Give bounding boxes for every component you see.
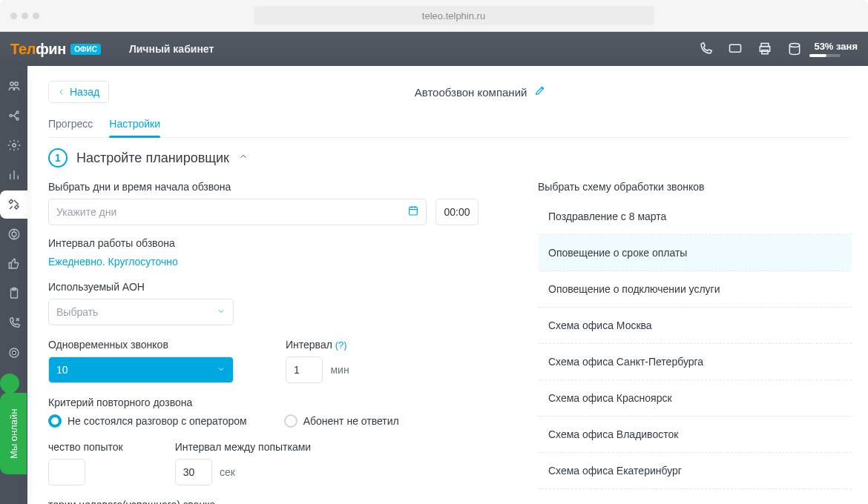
- retry-radio-operator[interactable]: Не состоялся разговор с оператором: [48, 414, 247, 428]
- sidebar-item-contacts[interactable]: [0, 72, 27, 100]
- section-header[interactable]: 1 Настройте планировщик: [48, 148, 852, 168]
- back-button-label: Назад: [70, 86, 99, 98]
- external-link-icon[interactable]: [111, 43, 123, 55]
- svg-point-9: [16, 118, 19, 120]
- sidebar-item-settings[interactable]: [0, 131, 27, 159]
- scheme-item[interactable]: Оповещение о сроке оплаты: [538, 235, 852, 271]
- scheduler-form: Выбрать дни и время начала обзвона Интер…: [48, 181, 479, 504]
- svg-point-12: [12, 232, 16, 236]
- between-input[interactable]: [175, 459, 212, 485]
- concurrent-label: Одновременных звонков: [48, 339, 234, 351]
- chat-icon[interactable]: [720, 42, 750, 56]
- content-panel: Назад Автообзвон компаний Прогресс Настр…: [32, 70, 868, 504]
- scheme-item[interactable]: Схема офиса Екатеринбург: [538, 453, 852, 489]
- scheme-item[interactable]: Схема офиса Санкт-Петербурга: [538, 344, 852, 380]
- time-input[interactable]: [435, 199, 479, 225]
- online-chat-tab[interactable]: Мы онлайн: [0, 393, 27, 474]
- tabs: Прогресс Настройки: [48, 112, 852, 138]
- svg-point-16: [12, 351, 16, 355]
- page-title: Автообзвон компаний: [415, 86, 527, 99]
- svg-point-8: [16, 111, 19, 113]
- sidebar-item-autodial[interactable]: [0, 190, 27, 219]
- radio-icon: [284, 414, 297, 428]
- storage-meter: 53% заня: [809, 41, 858, 57]
- edit-icon[interactable]: [534, 84, 546, 99]
- scheme-item[interactable]: Схема офиса Владивосток: [538, 417, 852, 453]
- office-badge: офис: [70, 44, 101, 55]
- retry-label: Критерий повторного дозвона: [48, 397, 479, 408]
- svg-point-10: [12, 144, 16, 147]
- chevron-down-icon: [217, 364, 226, 376]
- svg-point-4: [790, 44, 800, 47]
- retry-radio-noanswer[interactable]: Абонент не ответил: [284, 414, 399, 428]
- aon-select-value: Выбрать: [56, 306, 98, 318]
- concurrent-value: 10: [56, 364, 68, 376]
- sidebar-item-record[interactable]: [0, 339, 27, 367]
- url-bar[interactable]: teleo.telphin.ru: [254, 6, 654, 25]
- interval-work-link[interactable]: Ежедневно. Круглосуточно: [48, 256, 178, 268]
- attempts-input[interactable]: [48, 459, 85, 485]
- days-label: Выбрать дни и время начала обзвона: [48, 181, 479, 193]
- scheme-item[interactable]: Схема офиса Москва: [538, 308, 852, 344]
- sidebar-item-stats[interactable]: [0, 161, 27, 189]
- success-label: терии целевого(успешного) звонка: [48, 499, 479, 504]
- concurrent-select[interactable]: 10: [48, 357, 234, 383]
- logo: Телфин: [10, 41, 66, 58]
- tab-progress[interactable]: Прогресс: [48, 112, 93, 137]
- sidebar-item-goals[interactable]: [0, 220, 27, 248]
- aon-label: Используемый АОН: [48, 281, 479, 293]
- radio-icon: [48, 414, 62, 428]
- scheme-item[interactable]: Поздравление с 8 марта: [538, 199, 852, 235]
- interval-label: Интервал (?): [286, 339, 349, 351]
- between-unit: сек: [220, 466, 235, 478]
- between-label: Интервал между попытками: [175, 441, 312, 453]
- tab-settings[interactable]: Настройки: [109, 112, 160, 137]
- days-input[interactable]: [48, 199, 427, 225]
- help-icon[interactable]: (?): [335, 339, 347, 351]
- traffic-lights: [10, 13, 39, 19]
- step-number: 1: [48, 148, 68, 168]
- svg-point-7: [10, 115, 12, 117]
- chevron-down-icon: [217, 306, 226, 318]
- interval-input[interactable]: [286, 357, 323, 383]
- app-header: Телфин офис Личный кабинет 53% заня: [0, 32, 868, 66]
- sidebar-item-routing[interactable]: [0, 102, 27, 130]
- scheme-item[interactable]: Схема офиса Красноярск: [538, 380, 852, 417]
- chevron-up-icon: [238, 151, 249, 165]
- section-title: Настройте планировщик: [76, 150, 229, 166]
- sidebar-item-missed[interactable]: [0, 309, 27, 337]
- personal-cabinet-link[interactable]: Личный кабинет: [129, 43, 214, 55]
- calendar-icon[interactable]: [407, 205, 419, 219]
- attempts-label: чество попыток: [48, 441, 123, 453]
- sidebar-item-clipboard[interactable]: [0, 279, 27, 308]
- call-icon[interactable]: [691, 42, 720, 56]
- interval-work-label: Интервал работы обзвона: [48, 237, 479, 249]
- svg-point-6: [14, 82, 18, 86]
- interval-unit: мин: [330, 364, 349, 376]
- svg-point-5: [10, 82, 13, 86]
- sidebar-item-like[interactable]: [0, 250, 27, 278]
- back-button[interactable]: Назад: [48, 81, 109, 103]
- scheme-label: Выбрать схему обработки звонков: [538, 181, 852, 193]
- aon-select[interactable]: Выбрать: [48, 299, 234, 325]
- svg-rect-3: [762, 50, 768, 54]
- svg-rect-18: [410, 207, 418, 215]
- print-icon[interactable]: [750, 42, 780, 56]
- scheme-panel: Выбрать схему обработки звонков Поздравл…: [538, 181, 852, 504]
- storage-icon[interactable]: [780, 42, 809, 56]
- scheme-item[interactable]: Оповещение о подключении услуги: [538, 271, 852, 308]
- browser-chrome: teleo.telphin.ru: [0, 0, 868, 32]
